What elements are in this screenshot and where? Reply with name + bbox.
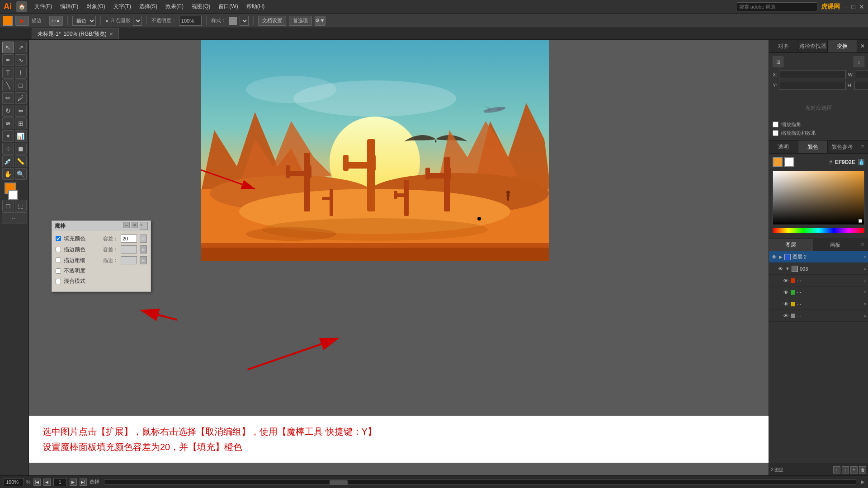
measure-tool[interactable]: 📏 xyxy=(15,155,27,167)
brush-selector[interactable]: ▶ xyxy=(15,16,29,26)
layer-item-green[interactable]: 👁 ··· ○ xyxy=(769,286,868,298)
panel-menu-btn[interactable]: ≡ xyxy=(140,222,148,230)
stroke-weight-up-btn[interactable]: ▶ xyxy=(140,256,147,264)
transform-tab[interactable]: 变换 xyxy=(828,40,857,52)
move-layer-up-btn[interactable]: ↑ xyxy=(833,466,840,474)
layer-item-gray[interactable]: 👁 ··· ○ xyxy=(769,310,868,322)
style-color-box[interactable] xyxy=(229,17,237,25)
layer-yellow-eye[interactable]: 👁 xyxy=(783,301,789,307)
prev-page-btn[interactable]: ◀ xyxy=(43,479,51,486)
window-close[interactable]: ✕ xyxy=(859,3,864,10)
type-tool[interactable]: T xyxy=(2,67,14,79)
column-graph-tool[interactable]: 📊 xyxy=(15,130,27,142)
menu-edit[interactable]: 编辑(E) xyxy=(57,1,82,12)
layer-item-red[interactable]: 👁 ··· ○ xyxy=(769,275,868,286)
eyedropper-tool[interactable]: 💉 xyxy=(2,155,14,167)
stroke-weight-input[interactable] xyxy=(121,256,137,264)
rotate-tool[interactable]: ↻ xyxy=(2,105,14,117)
pathfinder-tab[interactable]: 路径查找器 xyxy=(798,40,828,52)
symbol-tool[interactable]: ✦ xyxy=(2,130,14,142)
h-input[interactable] xyxy=(854,81,868,90)
tab-close-btn[interactable]: ✕ xyxy=(109,32,113,37)
menu-object[interactable]: 对象(O) xyxy=(83,1,108,12)
menu-view[interactable]: 视图(Q) xyxy=(188,1,214,12)
point-select[interactable]: ▼ xyxy=(133,16,142,26)
style-select[interactable]: ▼ xyxy=(240,16,249,26)
layer-item-003[interactable]: 👁 ▼ 003 ○ xyxy=(769,263,868,275)
color-ref-tab[interactable]: 颜色参考 xyxy=(828,141,857,153)
window-minimize[interactable]: ─ xyxy=(844,3,848,10)
first-page-btn[interactable]: |◀ xyxy=(33,479,41,486)
layer-yellow-lock[interactable]: ○ xyxy=(863,301,866,306)
select-tool[interactable]: ↖ xyxy=(2,42,14,53)
opacity-tab[interactable]: 透明 xyxy=(769,141,798,153)
y-input[interactable] xyxy=(779,81,846,90)
brush-type-select[interactable]: 插边 xyxy=(72,16,96,26)
color-panel-menu[interactable]: ≡ xyxy=(857,141,868,153)
fill-color-checkbox[interactable] xyxy=(56,236,61,241)
layers-tab[interactable]: 图层 xyxy=(769,239,813,251)
zoom-tool[interactable]: 🔍 xyxy=(15,168,27,180)
page-input[interactable] xyxy=(53,478,67,486)
layers-menu-icon[interactable]: ≡ xyxy=(857,239,868,251)
w-input[interactable] xyxy=(856,70,868,79)
menu-window[interactable]: 窗口(W) xyxy=(215,1,241,12)
line-tool[interactable]: ╲ xyxy=(2,80,14,91)
menu-effect[interactable]: 效果(E) xyxy=(162,1,187,12)
opacity-input[interactable] xyxy=(179,16,202,26)
search-input[interactable] xyxy=(736,2,817,11)
panel-opacity-checkbox[interactable] xyxy=(56,268,61,274)
curvature-tool[interactable]: ∿ xyxy=(15,54,27,66)
align-tab[interactable]: 对齐 xyxy=(769,40,798,52)
layer-2-eye[interactable]: 👁 xyxy=(771,254,777,260)
layer-item-2[interactable]: 👁 ▶ 图层 2 ○ xyxy=(769,251,868,263)
layer-003-eye[interactable]: 👁 xyxy=(777,266,783,272)
layer-green-lock[interactable]: ○ xyxy=(863,290,866,295)
normal-mode-btn[interactable]: ◻ xyxy=(2,200,14,211)
x-input[interactable] xyxy=(779,70,846,79)
stroke-color-input[interactable] xyxy=(121,245,137,253)
layer-gray-eye[interactable]: 👁 xyxy=(783,313,789,319)
doc-settings-btn[interactable]: 文档设置 xyxy=(258,16,286,26)
layer-red-eye[interactable]: 👁 xyxy=(783,277,789,284)
zoom-input[interactable] xyxy=(4,478,24,486)
hand-tool[interactable]: ✋ xyxy=(2,168,14,180)
blend-mode-checkbox[interactable] xyxy=(56,279,61,284)
layer-green-eye[interactable]: 👁 xyxy=(783,289,789,296)
eyedropper-icon[interactable]: 💧 xyxy=(858,159,864,165)
background-swatch[interactable] xyxy=(784,157,794,167)
layer-003-expand[interactable]: ▼ xyxy=(785,266,790,271)
foreground-swatch[interactable] xyxy=(773,157,783,167)
window-maximize[interactable]: □ xyxy=(852,3,855,10)
stroke-color-up-btn[interactable]: ▶ xyxy=(140,245,147,253)
tolerance-input[interactable] xyxy=(121,235,137,243)
artboards-tab[interactable]: 画板 xyxy=(813,239,858,251)
extra-tools-btn[interactable]: ··· xyxy=(2,212,27,224)
menu-select[interactable]: 选择(S) xyxy=(136,1,161,12)
menu-file[interactable]: 文件(F) xyxy=(31,1,56,12)
direct-select-tool[interactable]: ↗ xyxy=(15,42,27,53)
layer-red-lock[interactable]: ○ xyxy=(863,278,866,283)
stroke-color-checkbox[interactable] xyxy=(56,247,61,252)
paintbrush-tool[interactable]: ✏ xyxy=(2,92,14,104)
delete-layer-btn[interactable]: 🗑 xyxy=(859,466,866,474)
transform-flip-icon[interactable]: ↕ xyxy=(854,56,864,67)
path-type-tool[interactable]: ⌇ xyxy=(15,67,27,79)
gradient-tool[interactable]: ◼ xyxy=(15,143,27,155)
panel-close-btn[interactable]: ✕ xyxy=(132,222,138,228)
mesh-tool[interactable]: ⊹ xyxy=(2,143,14,155)
scrollbar-thumb[interactable] xyxy=(330,480,348,485)
pen-tool[interactable]: ✒ xyxy=(2,54,14,66)
stroke-color-box[interactable] xyxy=(3,16,13,26)
scale-strokes-cb[interactable] xyxy=(773,130,778,136)
draw-inside-btn[interactable]: ⬚ xyxy=(15,200,27,211)
extra-btn[interactable]: ⚙▼ xyxy=(315,16,326,26)
layer-2-expand[interactable]: ▶ xyxy=(779,254,783,259)
horizontal-scrollbar[interactable] xyxy=(104,479,856,485)
free-transform-tool[interactable]: ⊞ xyxy=(15,117,27,129)
next-page-btn[interactable]: ▶ xyxy=(70,479,77,486)
home-button[interactable]: 🏠 xyxy=(16,1,27,12)
stroke-style-btn[interactable]: ⇦▲ xyxy=(49,16,63,26)
menu-type[interactable]: 文字(T) xyxy=(110,1,135,12)
color-gradient-picker[interactable] xyxy=(773,171,864,225)
